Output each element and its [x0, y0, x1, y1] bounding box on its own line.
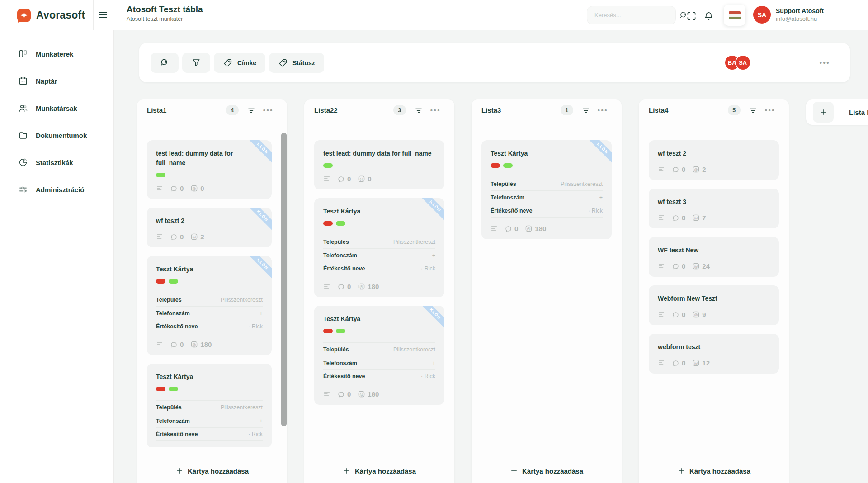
sidebar-item-naptár[interactable]: Naptár	[0, 67, 113, 95]
sidebar-item-statisztikák[interactable]: Statisztikák	[0, 149, 113, 176]
card[interactable]: KLÓNTeszt KártyaTelepülésPilisszentkeres…	[314, 306, 444, 405]
mention-icon[interactable]: @	[358, 390, 365, 398]
card[interactable]: Teszt KártyaTelepülésPilisszentkeresztTe…	[147, 364, 272, 447]
card-title: Teszt Kártya	[323, 207, 435, 216]
plus-icon[interactable]	[343, 467, 351, 475]
search-input[interactable]	[587, 12, 679, 19]
align-left-icon[interactable]	[323, 175, 330, 182]
align-left-icon[interactable]	[156, 341, 163, 348]
comment-icon[interactable]	[337, 390, 345, 398]
card[interactable]: wf teszt 30@7	[649, 189, 779, 228]
card-fields: TelepülésPilisszentkeresztTelefonszám+Ér…	[491, 177, 603, 218]
mention-icon[interactable]: @	[692, 262, 700, 270]
search-toolbar-button[interactable]	[151, 53, 179, 73]
align-left-icon[interactable]	[658, 214, 665, 221]
comment-icon[interactable]	[337, 175, 345, 183]
comments-count: 0	[672, 359, 685, 367]
mention-icon[interactable]: @	[190, 233, 198, 241]
member-avatar[interactable]: SA	[735, 55, 751, 71]
státusz-toolbar-button[interactable]: Státusz	[269, 53, 324, 73]
mention-icon[interactable]: @	[692, 311, 700, 318]
comment-icon[interactable]	[672, 166, 679, 173]
filter-funnel-toolbar-button[interactable]	[182, 53, 210, 73]
card[interactable]: wf teszt 20@2	[649, 140, 779, 180]
filter-lines-icon[interactable]	[247, 106, 256, 115]
plus-icon[interactable]	[510, 467, 518, 475]
címke-toolbar-button[interactable]: Címke	[214, 53, 265, 73]
align-left-icon[interactable]	[156, 185, 163, 192]
align-left-icon[interactable]	[658, 166, 665, 173]
mention-icon[interactable]: @	[190, 341, 198, 348]
sidebar-item-dokumentumok[interactable]: Dokumentumok	[0, 122, 113, 149]
user-menu[interactable]: SA Support Atosoft info@atosoft.hu	[753, 6, 824, 24]
comment-icon[interactable]	[505, 225, 512, 232]
mention-icon[interactable]: @	[692, 166, 700, 173]
align-left-icon[interactable]	[658, 262, 665, 270]
sidebar-item-munkaterek[interactable]: Munkaterek	[0, 40, 113, 67]
board-options-dots-icon[interactable]: •••	[820, 61, 830, 65]
list-options-dots-icon[interactable]: •••	[430, 108, 441, 113]
sidebar-item-label: Munkaterek	[36, 50, 73, 58]
add-card-button[interactable]: Kártya hozzáadása	[639, 447, 789, 483]
align-left-icon[interactable]	[323, 283, 330, 290]
comment-icon[interactable]	[170, 185, 178, 192]
card-field-row: TelepülésPilisszentkereszt	[156, 400, 263, 414]
card[interactable]: Webform New Teszt0@9	[649, 285, 779, 325]
card[interactable]: test lead: dummy data for full_name0@0	[314, 140, 444, 189]
mention-icon[interactable]: @	[358, 283, 365, 290]
comment-icon[interactable]	[672, 359, 679, 367]
comment-icon[interactable]	[672, 262, 679, 270]
card[interactable]: KLÓNTeszt KártyaTelepülésPilisszentkeres…	[147, 256, 272, 355]
plus-icon[interactable]	[175, 467, 184, 475]
align-left-icon[interactable]	[323, 390, 330, 398]
fullscreen-icon[interactable]	[685, 10, 697, 22]
card[interactable]: WF teszt New0@24	[649, 237, 779, 277]
mention-icon[interactable]: @	[358, 175, 365, 183]
filter-lines-icon[interactable]	[581, 106, 590, 115]
comment-icon[interactable]	[337, 283, 345, 290]
list-options-dots-icon[interactable]: •••	[598, 108, 608, 113]
language-flag-button[interactable]	[724, 5, 745, 26]
add-list-button[interactable]: Lista lé	[806, 99, 868, 125]
card[interactable]: KLÓNtest lead: dummy data for full_name0…	[147, 140, 272, 199]
filter-lines-icon[interactable]	[749, 106, 758, 115]
comment-icon[interactable]	[170, 341, 178, 348]
sidebar-item-munkatársak[interactable]: Munkatársak	[0, 95, 113, 122]
align-left-icon[interactable]	[156, 233, 163, 240]
card[interactable]: KLÓNwf teszt 20@2	[147, 208, 272, 247]
menu-toggle-button[interactable]	[99, 10, 109, 19]
add-card-button[interactable]: Kártya hozzáadása	[304, 447, 454, 483]
card[interactable]: KLÓNTeszt KártyaTelepülésPilisszentkeres…	[314, 198, 444, 297]
mention-icon[interactable]: @	[692, 359, 700, 367]
notifications-bell-icon[interactable]	[703, 10, 714, 22]
sidebar-item-adminisztráció[interactable]: Adminisztráció	[0, 176, 113, 203]
align-left-icon[interactable]	[491, 225, 498, 232]
comment-icon[interactable]	[672, 214, 679, 222]
comment-icon[interactable]	[170, 233, 178, 241]
people-icon	[18, 103, 28, 113]
list-options-dots-icon[interactable]: •••	[765, 108, 775, 113]
add-card-button[interactable]: Kártya hozzáadása	[472, 447, 622, 483]
card[interactable]: KLÓNTeszt KártyaTelepülésPilisszentkeres…	[481, 140, 612, 239]
comments-count: 0	[337, 283, 351, 290]
card-field-row: TelepülésPilisszentkereszt	[323, 235, 435, 248]
list-scrollbar-thumb[interactable]	[281, 133, 287, 426]
sidebar-item-label: Munkatársak	[36, 104, 77, 112]
svg-text:@: @	[694, 167, 698, 171]
plus-icon[interactable]	[677, 467, 685, 475]
card[interactable]: webform teszt0@12	[649, 334, 779, 374]
card-labels	[156, 387, 263, 391]
mention-icon[interactable]: @	[525, 225, 533, 232]
page-title: Atosoft Teszt tábla	[127, 5, 203, 14]
align-left-icon[interactable]	[658, 311, 665, 318]
field-label: Telefonszám	[323, 252, 357, 259]
filter-lines-icon[interactable]	[414, 106, 423, 115]
align-left-icon[interactable]	[658, 359, 665, 366]
list-options-dots-icon[interactable]: •••	[263, 108, 274, 113]
comment-icon[interactable]	[672, 311, 679, 318]
toolbar-button-label: Címke	[237, 59, 256, 66]
add-card-button[interactable]: Kártya hozzáadása	[137, 447, 287, 483]
mention-icon[interactable]: @	[190, 185, 198, 192]
comments-count: 0	[505, 225, 518, 232]
mention-icon[interactable]: @	[692, 214, 700, 222]
